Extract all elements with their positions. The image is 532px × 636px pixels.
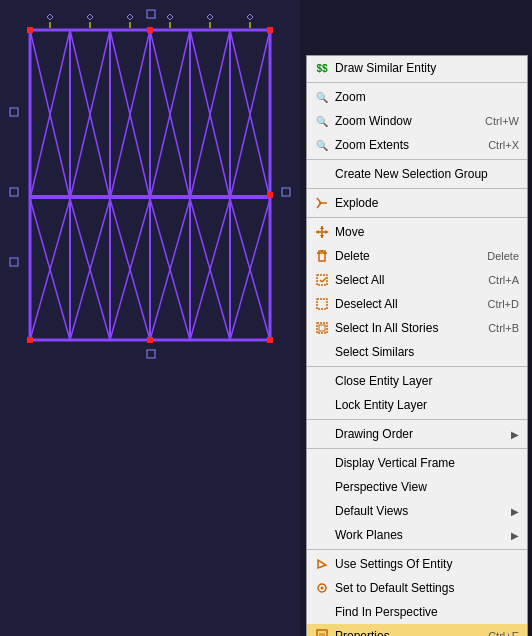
select-all-shortcut: Ctrl+A — [488, 274, 519, 286]
zoom-window-icon: 🔍 — [313, 112, 331, 130]
menu-separator — [307, 448, 527, 449]
drawing-order-icon — [313, 425, 331, 443]
menu-item-properties[interactable]: PropertiesCtrl+E — [307, 624, 527, 636]
svg-rect-73 — [317, 299, 327, 309]
menu-item-select-all[interactable]: Select AllCtrl+A — [307, 268, 527, 292]
draw-similar-label: Draw Similar Entity — [335, 61, 519, 75]
zoom-extents-icon: 🔍 — [313, 136, 331, 154]
menu-item-close-layer[interactable]: Close Entity Layer — [307, 369, 527, 393]
find-perspective-icon — [313, 603, 331, 621]
menu-item-delete[interactable]: DeleteDelete — [307, 244, 527, 268]
svg-rect-40 — [267, 337, 273, 343]
menu-item-draw-similar[interactable]: $$Draw Similar Entity — [307, 56, 527, 80]
select-similars-label: Select Similars — [335, 345, 519, 359]
deselect-all-shortcut: Ctrl+D — [488, 298, 519, 310]
menu-item-create-selection[interactable]: Create New Selection Group — [307, 162, 527, 186]
deselect-all-label: Deselect All — [335, 297, 478, 311]
menu-separator — [307, 159, 527, 160]
svg-marker-67 — [325, 230, 328, 234]
menu-item-zoom-extents[interactable]: 🔍Zoom ExtentsCtrl+X — [307, 133, 527, 157]
delete-shortcut: Delete — [487, 250, 519, 262]
use-settings-icon — [313, 555, 331, 573]
properties-label: Properties — [335, 629, 478, 636]
select-stories-shortcut: Ctrl+B — [488, 322, 519, 334]
menu-item-default-views[interactable]: Default Views▶ — [307, 499, 527, 523]
cad-drawing — [0, 0, 300, 636]
menu-item-select-stories[interactable]: Select In All StoriesCtrl+B — [307, 316, 527, 340]
select-stories-label: Select In All Stories — [335, 321, 478, 335]
delete-label: Delete — [335, 249, 477, 263]
menu-item-find-perspective[interactable]: Find In Perspective — [307, 600, 527, 624]
perspective-view-icon — [313, 478, 331, 496]
svg-rect-37 — [27, 27, 33, 33]
create-selection-icon — [313, 165, 331, 183]
menu-separator — [307, 188, 527, 189]
delete-icon — [313, 247, 331, 265]
select-all-label: Select All — [335, 273, 478, 287]
svg-rect-41 — [147, 27, 153, 33]
work-planes-label: Work Planes — [335, 528, 507, 542]
menu-item-move[interactable]: Move — [307, 220, 527, 244]
svg-rect-78 — [317, 630, 327, 636]
display-vertical-label: Display Vertical Frame — [335, 456, 519, 470]
menu-separator — [307, 82, 527, 83]
perspective-view-label: Perspective View — [335, 480, 519, 494]
menu-item-select-similars[interactable]: Select Similars — [307, 340, 527, 364]
default-views-icon — [313, 502, 331, 520]
explode-icon — [313, 194, 331, 212]
zoom-extents-shortcut: Ctrl+X — [488, 139, 519, 151]
lock-layer-label: Lock Entity Layer — [335, 398, 519, 412]
zoom-extents-label: Zoom Extents — [335, 138, 478, 152]
menu-item-display-vertical[interactable]: Display Vertical Frame — [307, 451, 527, 475]
menu-item-zoom-window[interactable]: 🔍Zoom WindowCtrl+W — [307, 109, 527, 133]
menu-separator — [307, 549, 527, 550]
properties-icon — [313, 627, 331, 636]
drawing-order-label: Drawing Order — [335, 427, 507, 441]
find-perspective-label: Find In Perspective — [335, 605, 519, 619]
use-settings-label: Use Settings Of Entity — [335, 557, 519, 571]
menu-item-work-planes[interactable]: Work Planes▶ — [307, 523, 527, 547]
svg-point-77 — [321, 587, 324, 590]
move-icon — [313, 223, 331, 241]
properties-shortcut: Ctrl+E — [488, 630, 519, 636]
explode-label: Explode — [335, 196, 519, 210]
menu-separator — [307, 366, 527, 367]
zoom-window-label: Zoom Window — [335, 114, 475, 128]
svg-line-72 — [322, 278, 326, 282]
draw-similar-icon: $$ — [313, 59, 331, 77]
lock-layer-icon — [313, 396, 331, 414]
svg-rect-38 — [267, 27, 273, 33]
menu-item-deselect-all[interactable]: Deselect AllCtrl+D — [307, 292, 527, 316]
move-label: Move — [335, 225, 519, 239]
set-default-icon — [313, 579, 331, 597]
select-all-icon — [313, 271, 331, 289]
deselect-all-icon — [313, 295, 331, 313]
menu-item-zoom[interactable]: 🔍Zoom — [307, 85, 527, 109]
drawing-order-arrow: ▶ — [511, 429, 519, 440]
close-layer-label: Close Entity Layer — [335, 374, 519, 388]
menu-item-set-default[interactable]: Set to Default Settings — [307, 576, 527, 600]
create-selection-label: Create New Selection Group — [335, 167, 519, 181]
menu-separator — [307, 419, 527, 420]
context-menu: $$Draw Similar Entity🔍Zoom🔍Zoom WindowCt… — [306, 55, 528, 636]
select-stories-icon — [313, 319, 331, 337]
work-planes-icon — [313, 526, 331, 544]
svg-marker-66 — [316, 230, 319, 234]
work-planes-arrow: ▶ — [511, 530, 519, 541]
menu-separator — [307, 217, 527, 218]
svg-rect-39 — [27, 337, 33, 343]
menu-item-perspective-view[interactable]: Perspective View — [307, 475, 527, 499]
svg-rect-43 — [147, 337, 153, 343]
zoom-icon: 🔍 — [313, 88, 331, 106]
menu-item-drawing-order[interactable]: Drawing Order▶ — [307, 422, 527, 446]
zoom-window-shortcut: Ctrl+W — [485, 115, 519, 127]
menu-item-lock-layer[interactable]: Lock Entity Layer — [307, 393, 527, 417]
zoom-label: Zoom — [335, 90, 519, 104]
set-default-label: Set to Default Settings — [335, 581, 519, 595]
menu-item-explode[interactable]: Explode — [307, 191, 527, 215]
select-similars-icon — [313, 343, 331, 361]
menu-item-use-settings[interactable]: Use Settings Of Entity — [307, 552, 527, 576]
close-layer-icon — [313, 372, 331, 390]
default-views-label: Default Views — [335, 504, 507, 518]
display-vertical-icon — [313, 454, 331, 472]
